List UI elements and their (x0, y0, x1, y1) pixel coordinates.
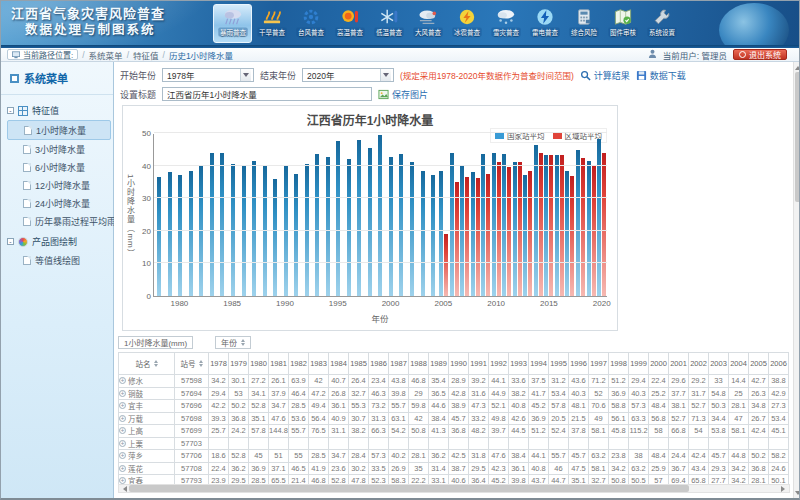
expand-row-icon[interactable]: + (119, 415, 126, 422)
toolbar-item-gale[interactable]: 大风普查 (408, 4, 447, 43)
year-column-header: 1982 (289, 353, 309, 375)
breadcrumb-bar: 当前路径位置: /系统菜单/特征值/历史1小时降水量 当前用户: 管理员 退出系… (1, 48, 800, 62)
lightning-icon (533, 7, 557, 27)
station-id-header[interactable]: 站号 (175, 353, 209, 375)
collapse-icon[interactable]: - (7, 238, 14, 245)
sidebar-item[interactable]: 24小时降水量 (7, 194, 111, 212)
toolbar-item-drought[interactable]: 干旱普查 (252, 4, 291, 43)
end-year-value: 2020年 (307, 69, 334, 81)
collapse-icon[interactable]: - (7, 107, 14, 114)
download-button[interactable]: 数据下载 (636, 69, 686, 82)
value-cell: 44.1 (489, 375, 509, 388)
gridline (154, 165, 607, 166)
expand-row-icon[interactable]: + (119, 440, 126, 447)
value-cell: 43.4 (689, 462, 709, 475)
logout-button[interactable]: 退出系统 (733, 49, 787, 60)
value-cell: 45.7 (569, 450, 589, 463)
expand-row-icon[interactable]: + (119, 452, 126, 459)
expand-row-icon[interactable]: + (119, 465, 126, 472)
value-cell: 26.3 (749, 387, 769, 400)
value-cell: 36.8 (229, 412, 249, 425)
toolbar-item-label: 雷电普查 (530, 27, 559, 36)
value-cell: 55.7 (549, 450, 569, 463)
value-cell (549, 437, 569, 450)
sidebar-item[interactable]: 历年暴雨过程平均雨量 (7, 212, 111, 230)
toolbar-item-rainstorm[interactable]: 暴雨普查 (213, 4, 252, 43)
tree-group-header[interactable]: -特征值 (7, 101, 111, 120)
horizontal-scrollbar[interactable] (118, 484, 790, 493)
table-row[interactable]: +上高5769925.724.257.8144.855.776.531.138.… (119, 425, 789, 438)
value-cell: 47.3 (469, 400, 489, 413)
station-name-header[interactable]: 站名 (119, 353, 175, 375)
expand-row-icon[interactable]: + (119, 390, 126, 397)
toolbar-item-snow[interactable]: 雪灾普查 (486, 4, 525, 43)
toolbar-item-high-temp[interactable]: 高温普查 (330, 4, 369, 43)
tree-group-header[interactable]: -产品图绘制 (7, 232, 111, 251)
value-cell: 37.5 (529, 375, 549, 388)
start-year-select[interactable]: 1978年 (162, 68, 254, 82)
toolbar-item-review[interactable]: 图件审核 (603, 4, 642, 43)
station-name: 宜丰 (128, 400, 143, 411)
toolbar-item-hail[interactable]: 冰雹普查 (447, 4, 486, 43)
value-cell: 29.5 (469, 462, 489, 475)
breadcrumb-item[interactable]: 特征值 (133, 49, 159, 61)
chart-title-input[interactable] (162, 87, 372, 101)
value-cell (269, 437, 289, 450)
value-cell (589, 437, 609, 450)
table-row[interactable]: +铜鼓5769429.45334.137.946.447.226.832.746… (119, 387, 789, 400)
year-column-header: 2005 (749, 353, 769, 375)
value-cell: 43.8 (389, 375, 409, 388)
value-cell: 47.5 (569, 462, 589, 475)
sidebar-item[interactable]: 12小时降水量 (7, 176, 111, 194)
table-row[interactable]: +宜丰5769642.250.252.834.728.549.436.155.3… (119, 400, 789, 413)
bar-group (175, 134, 186, 296)
breadcrumb-item[interactable]: 历史1小时降水量 (169, 49, 233, 61)
table-row[interactable]: +修水5759834.230.127.226.163.94240.726.423… (119, 375, 789, 388)
value-cell: 48.2 (469, 425, 489, 438)
table-row[interactable]: +上栗57703 (119, 437, 789, 450)
save-image-button[interactable]: 保存图片 (378, 88, 428, 101)
vertical-scrollbar[interactable] (793, 62, 800, 499)
toolbar-item-settings[interactable]: 系统设置 (642, 4, 681, 43)
expand-row-icon[interactable]: + (119, 402, 126, 409)
value-cell: 24.4 (669, 450, 689, 463)
table-row[interactable]: +萍乡5770618.652.845515528.534.728.457.340… (119, 450, 789, 463)
sidebar-item[interactable]: 等值线绘图 (7, 251, 111, 269)
toolbar-item-typhoon[interactable]: 台风普查 (291, 4, 330, 43)
value-cell: 34.4 (709, 412, 729, 425)
toolbar-item-label: 雪灾普查 (491, 27, 520, 36)
sidebar-item[interactable]: 1小时降水量 (7, 120, 111, 140)
bar-group (491, 134, 502, 296)
scroll-down-arrow[interactable] (794, 490, 800, 499)
scroll-left-arrow[interactable] (119, 485, 128, 492)
value-cell: 42.4 (749, 425, 769, 438)
scroll-right-arrow[interactable] (780, 485, 789, 492)
year-sort-button[interactable]: 年份 (215, 336, 251, 349)
table-row[interactable]: +万载5769839.336.835.147.653.656.440.930.7… (119, 412, 789, 425)
value-cell: 71.3 (689, 412, 709, 425)
document-icon (23, 199, 31, 208)
horizontal-scroll-thumb[interactable] (129, 485, 689, 492)
value-cell: 76.5 (309, 425, 329, 438)
y-tick-label: 20 (142, 226, 151, 235)
value-cell: 52.7 (669, 412, 689, 425)
calculate-button[interactable]: 计算结果 (580, 69, 630, 82)
value-cell: 40.3 (569, 387, 589, 400)
expand-row-icon[interactable]: + (119, 427, 126, 434)
breadcrumb-item[interactable]: 系统菜单 (89, 49, 123, 61)
value-cell: 23.6 (329, 462, 349, 475)
toolbar-item-risk[interactable]: 综合风险 (564, 4, 603, 43)
toolbar-item-low-temp[interactable]: 低温普查 (369, 4, 408, 43)
sidebar-item[interactable]: 6小时降水量 (7, 158, 111, 176)
range-note: (规定采用1978-2020年数据作为普查时间范围) (400, 69, 574, 81)
national-station-bar (421, 171, 425, 297)
table-row[interactable]: +莲花5770822.436.236.937.146.541.923.630.2… (119, 462, 789, 475)
scroll-up-arrow[interactable] (794, 62, 800, 71)
toolbar-item-lightning[interactable]: 雷电普查 (525, 4, 564, 43)
end-year-select[interactable]: 2020年 (302, 68, 394, 82)
value-cell: 53 (229, 387, 249, 400)
vertical-scroll-thumb[interactable] (795, 72, 800, 202)
sidebar-item[interactable]: 3小时降水量 (7, 140, 111, 158)
expand-row-icon[interactable]: + (119, 377, 126, 384)
national-station-bar (157, 177, 161, 296)
